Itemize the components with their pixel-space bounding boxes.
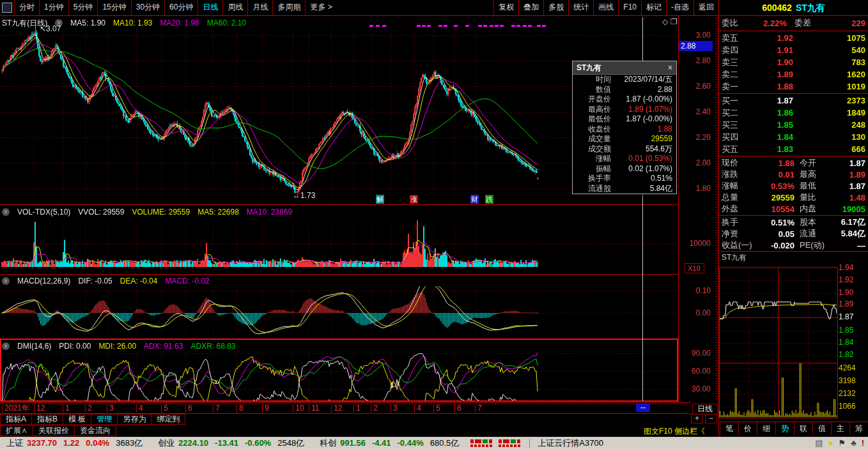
dmi-axis-label: 30.00 xyxy=(678,384,711,393)
sell-level-row[interactable]: 卖二1.891620 xyxy=(719,68,868,80)
tab-资金流向[interactable]: 资金流向 xyxy=(75,425,116,436)
timeframe-多周期[interactable]: 多周期 xyxy=(272,0,305,15)
document-icon[interactable]: ▤ xyxy=(815,437,823,449)
buy-level-row[interactable]: 买三1.85248 xyxy=(719,119,868,131)
period-label[interactable]: 日线 xyxy=(692,404,718,415)
timeframe-日线[interactable]: 日线 xyxy=(198,0,222,15)
quote-tab-细[interactable]: 细 xyxy=(757,422,775,435)
popup-row-label: 成交额 xyxy=(577,144,611,155)
tab-另存为[interactable]: 另存为 xyxy=(118,414,151,425)
collapse-icon[interactable]: ∨ xyxy=(2,208,10,216)
event-badge[interactable]: 跌 xyxy=(485,195,493,204)
quote-tab-筹[interactable]: 筹 xyxy=(849,422,868,435)
intraday-price-label: 1.84 xyxy=(839,338,865,347)
timeframe-分时[interactable]: 分时 xyxy=(14,0,39,15)
time-axis-cursor: -- xyxy=(636,404,650,412)
sell-level-row[interactable]: 卖一1.881019 xyxy=(719,80,868,93)
time-axis-label: 4 xyxy=(414,404,421,413)
sell-level-row[interactable]: 卖四1.91540 xyxy=(719,44,868,56)
price-axis-label: 2.40 xyxy=(678,107,711,116)
index-quote-上证[interactable]: 上证3237.701.220.04%3683亿 xyxy=(0,438,151,449)
timeframe-周线[interactable]: 周线 xyxy=(222,0,247,15)
popup-titlebar[interactable]: ST九有 × xyxy=(573,61,676,75)
buy-level-row[interactable]: 买五1.83666 xyxy=(719,143,868,155)
zoom-out-button[interactable]: − xyxy=(705,414,717,423)
satellite-icon[interactable]: ⚑ xyxy=(838,437,846,449)
toolbar-button-F10[interactable]: F10 xyxy=(618,0,641,15)
extension-tabs: 扩展∧关联报价资金流向 xyxy=(0,425,116,436)
info-label: 现价 xyxy=(722,157,759,169)
zoom-in-button[interactable]: + xyxy=(691,414,703,423)
collapse-icon[interactable]: ∨ xyxy=(2,277,10,285)
time-axis-label: 2021年 xyxy=(2,404,29,413)
toolbar-button-复权[interactable]: 复权 xyxy=(493,0,518,15)
timeframe-30分钟[interactable]: 30分钟 xyxy=(131,0,164,15)
toolbar-button--自选[interactable]: -自选 xyxy=(666,0,694,15)
timeframe-更多 >[interactable]: 更多 > xyxy=(305,0,336,15)
indicator-value: MA20: 1.98 xyxy=(160,19,199,27)
indicator-value: VOL-TDX(5,10) xyxy=(17,208,70,217)
tab-扩展∧[interactable]: 扩展∧ xyxy=(0,425,33,436)
tab-关联报价[interactable]: 关联报价 xyxy=(33,425,75,436)
tab-指标B[interactable]: 指标B xyxy=(32,414,63,425)
quote-tab-值[interactable]: 值 xyxy=(812,422,831,435)
info-label: 内盘 xyxy=(794,203,829,215)
level-price: 1.85 xyxy=(748,120,793,130)
quote-tab-联[interactable]: 联 xyxy=(794,422,812,435)
timeframe-15分钟[interactable]: 15分钟 xyxy=(97,0,130,15)
sell-level-row[interactable]: 卖三1.90783 xyxy=(719,56,868,68)
quote-tab-势[interactable]: 势 xyxy=(775,422,794,435)
weibi-label: 委比 xyxy=(722,17,748,29)
weibi-value: 2.22% xyxy=(748,19,787,28)
tab-指标A[interactable]: 指标A xyxy=(0,414,32,425)
timeframe-buttons: 分时1分钟5分钟15分钟30分钟60分钟日线周线月线多周期更多 > xyxy=(14,0,337,15)
price-axis-label: 2.20 xyxy=(678,133,711,142)
market-heatmap-icon xyxy=(499,439,522,448)
timeframe-60分钟[interactable]: 60分钟 xyxy=(164,0,198,15)
popup-row-value: 2.88 xyxy=(611,85,672,95)
sell-level-row[interactable]: 卖五1.921075 xyxy=(719,32,868,44)
event-badge[interactable]: 财 xyxy=(470,195,479,204)
close-icon[interactable]: × xyxy=(668,61,672,74)
level-volume: 2373 xyxy=(793,96,865,105)
diamond-icon[interactable]: ◇ xyxy=(662,17,668,26)
index-quote-科创[interactable]: 科创991.56-4.41-0.44%680.5亿 xyxy=(313,438,468,449)
toolbar-button-画线[interactable]: 画线 xyxy=(593,0,618,15)
buy-level-row[interactable]: 买二1.861849 xyxy=(719,107,868,119)
popup-row-label: 时间 xyxy=(577,75,611,85)
panel-toggle-icon[interactable]: ❐ xyxy=(670,17,678,26)
sidebar-note[interactable]: 图文F10 侧边栏《 xyxy=(644,426,705,437)
tab-管理[interactable]: 管理 xyxy=(91,414,118,425)
index-amount: 680.5亿 xyxy=(430,438,460,449)
toolbar-button-标记[interactable]: 标记 xyxy=(641,0,666,15)
coin-icon[interactable]: ● xyxy=(828,437,833,449)
level-price: 1.86 xyxy=(748,108,793,118)
buy-level-row[interactable]: 买一1.872373 xyxy=(719,95,868,107)
tree-icon[interactable]: ♣ xyxy=(851,437,856,449)
toolbar-button-返回[interactable]: 返回 xyxy=(694,0,718,15)
kline-info-popup[interactable]: ST九有 × 时间2023/07/14/五数值2.88开盘价1.87 (-0.0… xyxy=(572,61,677,194)
toolbar-button-统计[interactable]: 统计 xyxy=(568,0,593,15)
toolbar-button-多股[interactable]: 多股 xyxy=(543,0,568,15)
tab-绑定到[interactable]: 绑定到 xyxy=(151,414,185,425)
timeframe-5分钟[interactable]: 5分钟 xyxy=(68,0,98,15)
weicha-value: 229 xyxy=(816,19,865,28)
tab-模 板[interactable]: 模 板 xyxy=(63,414,91,425)
event-badge[interactable]: 解 xyxy=(376,195,384,204)
quote-tab-主[interactable]: 主 xyxy=(831,422,849,435)
quote-tab-价[interactable]: 价 xyxy=(738,422,757,435)
info-value: 1.87 xyxy=(829,158,865,168)
quote-panel: 委比2.22%委差229卖五1.921075卖四1.91540卖三1.90783… xyxy=(719,16,868,262)
alert-icon[interactable]: ! xyxy=(862,437,864,449)
timeframe-月线[interactable]: 月线 xyxy=(247,0,272,15)
timeframe-1分钟[interactable]: 1分钟 xyxy=(39,0,68,15)
index-quote-创业[interactable]: 创业2224.10-13.41-0.60%2548亿 xyxy=(151,438,313,449)
info-row: 换手0.51%股本6.17亿 xyxy=(719,217,868,228)
window-icon[interactable] xyxy=(2,3,12,13)
popup-row-label: 开盘价 xyxy=(577,95,611,105)
quote-tab-笔[interactable]: 笔 xyxy=(720,422,738,435)
toolbar-button-叠加[interactable]: 叠加 xyxy=(518,0,543,15)
event-badge[interactable]: 涨 xyxy=(410,195,418,204)
index-pct: -0.60% xyxy=(245,438,271,448)
buy-level-row[interactable]: 买四1.84130 xyxy=(719,131,868,143)
